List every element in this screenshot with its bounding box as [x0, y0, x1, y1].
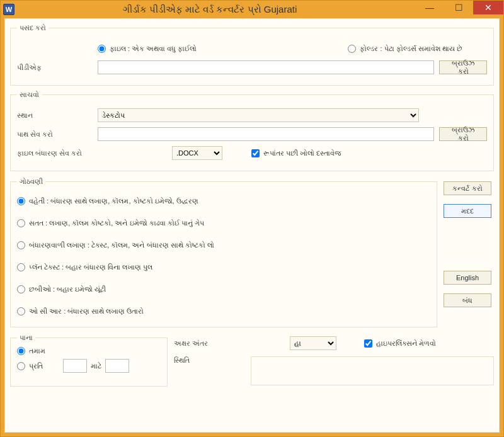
layout-legend: ગોઠવણી [17, 178, 45, 186]
source-type-file[interactable]: ફાઇલ : એક અથવા વધુ ફાઈલો [98, 45, 197, 53]
source-type-file-radio[interactable] [98, 45, 106, 53]
app-window: W ગીર્ડાક પીડીએફ માટે વર્ડ કન્વર્ટર પ્રો… [0, 0, 504, 437]
layout-opt-continuous[interactable]: સતત : લખાણ, કૉલમ કોષ્ટકો, અને ઇમેજો કાઢવ… [17, 219, 204, 227]
english-button[interactable]: English [444, 271, 491, 285]
source-type-folder-radio[interactable] [348, 45, 356, 53]
convert-button[interactable]: કન્વર્ટ કરો [444, 181, 491, 195]
layout-opt-ocr-radio[interactable] [17, 307, 25, 315]
pdf-row: પીડીએફ બ્રાઉઝ કરો [17, 60, 487, 75]
page-to-input[interactable] [105, 359, 129, 373]
layout-opt-plaintext-radio[interactable] [17, 263, 25, 271]
layout-opt-plaintext-label: પ્લૅન ટેક્સ્ટ : બહાર બંધારણ વિના લખાણ પુ… [29, 263, 152, 271]
pages-all[interactable]: તમામ [17, 347, 45, 355]
save-location-select[interactable]: ડેસ્કટોપ [98, 108, 419, 122]
select-group: પસંદ કરો ફાઇલ : એક અથવા વધુ ફાઈલો ફોલ્ડર… [10, 24, 494, 86]
browse-save-path-button[interactable]: બ્રાઉઝ કરો [439, 127, 487, 141]
layout-opt-ocr[interactable]: ઓ સી આર : બંધારણ સાથે લખાણ ઉતારો [17, 307, 144, 315]
options-wrap: ગોઠવણી વહેતી : બંધારણ સાથે લખાણ, કૉલમ, ક… [10, 176, 494, 332]
source-type-folder[interactable]: ફોલ્ડર : પેટા ફોલ્ડર્સ સમાવેશ થાય છે [348, 45, 462, 53]
source-type-folder-label: ફોલ્ડર : પેટા ફોલ્ડર્સ સમાવેશ થાય છે [360, 45, 462, 53]
save-path-label: પાથ સેવ કરો [17, 130, 93, 139]
get-hyperlinks-label: હાઇપરલિંક્સને મેળવો [376, 339, 436, 348]
get-hyperlinks[interactable]: હાઇપરલિંક્સને મેળવો [364, 339, 436, 348]
layout-opt-formatted-label: બંધારણવાળી લખાણ : ટેક્સ્ટ, કૉલમ, અને બંધ… [29, 241, 214, 249]
layout-opt-images[interactable]: છબીઓ : બહાર ઇમેજો યૂંટી [17, 285, 106, 293]
layout-opt-continuous-label: સતત : લખાણ, કૉલમ કોષ્ટકો, અને ઇમેજો કાઢવ… [29, 219, 204, 227]
format-row: ફાઇલ બંધારણ સેવ કરો .DOCX રૂપાંતર પછી ખો… [17, 145, 487, 161]
layout-opt-ocr-label: ઓ સી આર : બંધારણ સાથે લખાણ ઉતારો [29, 307, 144, 315]
charspace-label: અક્ષર અંતર [174, 339, 243, 348]
pages-all-radio[interactable] [17, 347, 25, 355]
layout-opt-continuous-radio[interactable] [17, 219, 25, 227]
format-label: ફાઇલ બંધારણ સેવ કરો [17, 149, 93, 157]
window-title: ગીર્ડાક પીડીએફ માટે વર્ડ કન્વર્ટર પ્રો G… [4, 4, 415, 15]
layout-opt-flowing[interactable]: વહેતી : બંધારણ સાથે લખાણ, કૉલમ, કોષ્ટકો … [17, 197, 198, 205]
status-label: સ્થિતિ [174, 356, 243, 365]
get-hyperlinks-checkbox[interactable] [364, 339, 372, 348]
page-to-label: માટે [91, 362, 101, 370]
maximize-button[interactable]: ☐ [444, 1, 473, 14]
titlebar: W ગીર્ડાક પીડીએફ માટે વર્ડ કન્વર્ટર પ્રો… [1, 1, 503, 18]
layout-opt-formatted-radio[interactable] [17, 241, 25, 249]
pages-range[interactable]: પ્રતિ [17, 362, 43, 370]
pages-all-label: તમામ [29, 347, 45, 355]
source-type-file-label: ફાઇલ : એક અથવા વધુ ફાઈલો [110, 45, 197, 53]
status-row: સ્થિતિ [174, 356, 494, 385]
browse-pdf-button[interactable]: બ્રાઉઝ કરો [439, 60, 487, 74]
status-box [251, 356, 494, 385]
layout-opt-plaintext[interactable]: પ્લૅન ટેક્સ્ટ : બહાર બંધારણ વિના લખાણ પુ… [17, 263, 152, 271]
save-path-row: પાથ સેવ કરો બ્રાઉઝ કરો [17, 127, 487, 142]
pages-range-radio[interactable] [17, 362, 25, 370]
client-area: પસંદ કરો ફાઇલ : એક અથવા વધુ ફાઈલો ફોલ્ડર… [4, 18, 500, 433]
save-path-input[interactable] [98, 127, 434, 141]
layout-group: ગોઠવણી વહેતી : બંધારણ સાથે લખાણ, કૉલમ, ક… [10, 178, 437, 327]
close-window-button[interactable]: ✕ [473, 1, 503, 14]
window-buttons: — ☐ ✕ [415, 1, 503, 14]
layout-opt-images-radio[interactable] [17, 285, 25, 293]
open-after-convert-checkbox[interactable] [251, 149, 260, 157]
pages-range-row: પ્રતિ માટે [17, 359, 161, 373]
pdf-label: પીડીએફ [17, 64, 93, 72]
help-button[interactable]: મદદ [444, 204, 491, 218]
location-row: સ્થાન ડેસ્કટોપ [17, 108, 487, 123]
page-from-input[interactable] [63, 359, 87, 373]
bottom-right: અક્ષર અંતર હા હાઇપરલિંક્સને મેળવો સ્થિતિ [174, 332, 494, 392]
open-after-convert-label: રૂપાંતર પછી ખોલો દસ્તાવેજ [263, 149, 341, 157]
layout-opt-flowing-label: વહેતી : બંધારણ સાથે લખાણ, કૉલમ, કોષ્ટકો … [29, 197, 198, 205]
select-legend: પસંદ કરો [17, 24, 49, 32]
save-group: સાચવો સ્થાન ડેસ્કટોપ પાથ સેવ કરો બ્રાઉઝ … [10, 91, 494, 171]
source-type-row: ફાઇલ : એક અથવા વધુ ફાઈલો ફોલ્ડર : પેટા ફ… [98, 41, 487, 56]
layout-opt-images-label: છબીઓ : બહાર ઇમેજો યૂંટી [29, 285, 106, 293]
charspace-select[interactable]: હા [290, 336, 336, 350]
location-label: સ્થાન [17, 111, 93, 120]
layout-opt-formatted[interactable]: બંધારણવાળી લખાણ : ટેક્સ્ટ, કૉલમ, અને બંધ… [17, 241, 214, 249]
save-legend: સાચવો [17, 91, 42, 99]
bottom-row: પાના તમામ પ્રતિ માટે [10, 332, 494, 392]
side-buttons: કન્વર્ટ કરો મદદ English બંધ [444, 176, 494, 307]
open-after-convert[interactable]: રૂપાંતર પછી ખોલો દસ્તાવેજ [251, 149, 341, 157]
charspace-row: અક્ષર અંતર હા હાઇપરલિંક્સને મેળવો [174, 336, 494, 350]
layout-opt-flowing-radio[interactable] [17, 197, 25, 205]
pages-group: પાના તમામ પ્રતિ માટે [10, 334, 168, 387]
pages-legend: પાના [17, 334, 35, 342]
file-format-select[interactable]: .DOCX [172, 146, 222, 160]
minimize-button[interactable]: — [415, 1, 444, 14]
pdf-path-input[interactable] [98, 60, 434, 74]
close-app-button[interactable]: બંધ [444, 293, 491, 307]
pages-range-label: પ્રતિ [29, 362, 43, 370]
